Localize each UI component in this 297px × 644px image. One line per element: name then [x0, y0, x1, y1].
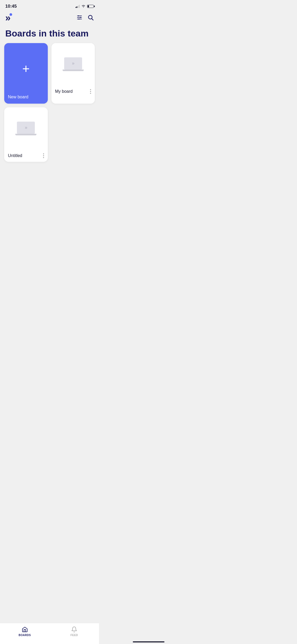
my-board-card[interactable]: » My board — [51, 43, 95, 104]
svg-point-2 — [78, 15, 79, 16]
new-board-footer: New board — [4, 95, 48, 104]
board-thumbnail-2: » — [15, 122, 36, 135]
status-icons — [76, 4, 94, 9]
laptop-screen: » — [64, 57, 82, 70]
laptop-base-2 — [15, 134, 36, 135]
page-title-section: Boards in this team — [0, 23, 99, 43]
header-actions — [76, 14, 94, 22]
new-board-name: New board — [8, 95, 28, 99]
battery-icon — [87, 5, 94, 8]
search-icon[interactable] — [87, 14, 94, 22]
app-logo: » — [5, 13, 10, 23]
main-content: + New board » My board — [0, 43, 99, 191]
untitled-board-card[interactable]: » Untitled — [4, 107, 48, 162]
my-board-image: » — [51, 43, 95, 85]
page-title: Boards in this team — [5, 28, 94, 39]
laptop-base — [63, 70, 84, 71]
app-header: » — [0, 11, 99, 23]
laptop-screen-2: » — [17, 122, 35, 134]
status-time: 10:45 — [5, 4, 17, 9]
untitled-board-name: Untitled — [8, 153, 22, 158]
filter-icon[interactable] — [76, 14, 83, 22]
boards-grid: + New board » My board — [0, 43, 99, 167]
logo-dot — [10, 13, 12, 16]
wifi-icon — [81, 4, 86, 9]
untitled-board-image: » — [4, 107, 48, 150]
untitled-board-footer: Untitled — [4, 150, 48, 162]
board-thumbnail: » — [63, 57, 84, 71]
status-bar: 10:45 — [0, 0, 99, 11]
untitled-board-menu-button[interactable] — [43, 153, 44, 158]
signal-icon — [76, 5, 80, 8]
new-board-image: + — [4, 43, 48, 95]
my-board-footer: My board — [51, 85, 95, 98]
add-icon: + — [22, 62, 30, 75]
new-board-card[interactable]: + New board — [4, 43, 48, 104]
svg-point-5 — [78, 19, 79, 20]
svg-point-3 — [80, 17, 81, 18]
svg-line-7 — [92, 19, 93, 20]
my-board-menu-button[interactable] — [90, 89, 91, 94]
my-board-name: My board — [55, 89, 73, 94]
